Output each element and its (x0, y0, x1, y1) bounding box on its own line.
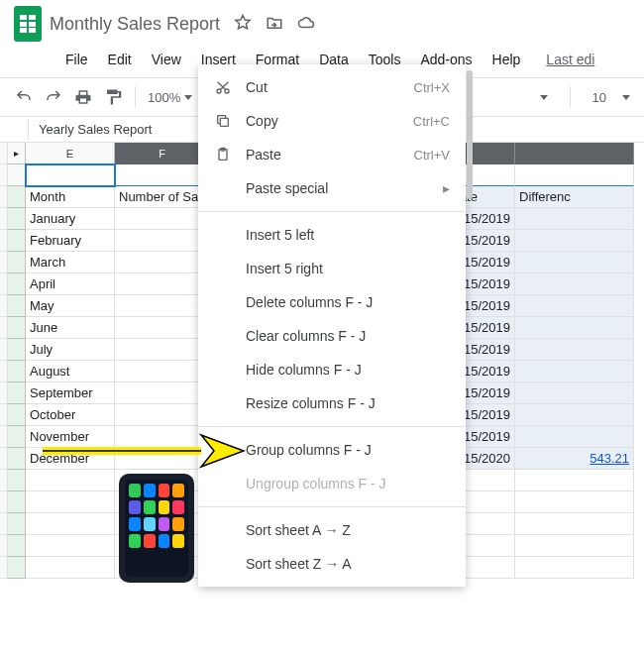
menu-file[interactable]: File (57, 48, 96, 71)
paste-icon (214, 146, 232, 164)
cell-difference[interactable] (515, 382, 634, 404)
cell-month[interactable]: July (26, 339, 115, 361)
move-folder-icon[interactable] (266, 14, 283, 35)
cell-header-month[interactable]: Month (26, 186, 115, 208)
context-menu: CutCtrl+X CopyCtrl+C PasteCtrl+V Paste s… (198, 64, 466, 587)
cut-icon (214, 78, 232, 96)
image-thumbnail (119, 474, 194, 583)
cell-difference[interactable] (515, 295, 634, 317)
paint-format-button[interactable] (99, 83, 127, 111)
ctx-insert-left[interactable]: Insert 5 left (198, 218, 466, 252)
cell-month[interactable]: March (26, 252, 115, 273)
redo-button[interactable] (40, 83, 67, 111)
ctx-ungroup-columns: Ungroup columns F - J (198, 467, 466, 500)
print-button[interactable] (69, 83, 97, 111)
cell-month[interactable]: November (26, 426, 115, 448)
svg-point-0 (217, 89, 221, 93)
cell-difference[interactable] (515, 361, 634, 382)
ctx-group-columns[interactable]: Group columns F - J (198, 433, 466, 467)
document-title[interactable]: Monthly Sales Report (50, 14, 220, 35)
cell-month[interactable]: August (26, 361, 115, 382)
column-group-expand-icon[interactable]: ▸ (8, 143, 26, 164)
ctx-sort-az[interactable]: Sort sheet A → Z (198, 513, 466, 547)
cell-difference[interactable] (515, 273, 634, 295)
sheets-logo-icon (14, 6, 42, 42)
caret-down-icon (184, 95, 192, 100)
zoom-select[interactable]: 100% (144, 90, 196, 105)
active-cell[interactable] (26, 164, 115, 186)
cell-month[interactable]: May (26, 295, 115, 317)
cell-difference[interactable] (515, 208, 634, 230)
menu-edit[interactable]: Edit (100, 48, 140, 71)
star-icon[interactable] (234, 14, 252, 35)
cloud-status-icon[interactable] (297, 14, 315, 35)
copy-icon (214, 112, 232, 130)
cell-month[interactable]: January (26, 208, 115, 230)
cell-difference[interactable] (515, 317, 634, 339)
cell-header-diff[interactable]: Differenc (515, 186, 634, 208)
menu-view[interactable]: View (144, 48, 189, 71)
column-header-E[interactable]: E (26, 143, 115, 164)
column-header-F[interactable]: F (115, 143, 210, 164)
svg-rect-2 (220, 118, 228, 126)
ctx-resize-columns[interactable]: Resize columns F - J (198, 386, 466, 420)
cell-month[interactable]: April (26, 273, 115, 295)
cell-difference[interactable]: 543.21 (515, 448, 634, 470)
name-box[interactable] (0, 126, 28, 134)
submenu-arrow-icon: ▸ (443, 180, 450, 196)
cell-header-sales[interactable]: Number of Sa (115, 186, 210, 208)
cell-difference[interactable] (515, 404, 634, 426)
ctx-delete-columns[interactable]: Delete columns F - J (198, 285, 466, 319)
ctx-clear-columns[interactable]: Clear columns F - J (198, 319, 466, 353)
cell-difference[interactable] (515, 252, 634, 273)
last-edit-link[interactable]: Last edi (538, 48, 602, 71)
ctx-cut[interactable]: CutCtrl+X (198, 70, 466, 104)
ctx-copy[interactable]: CopyCtrl+C (198, 104, 466, 138)
ctx-paste-special[interactable]: Paste special▸ (198, 171, 466, 205)
caret-down-icon (622, 95, 630, 100)
ctx-hide-columns[interactable]: Hide columns F - J (198, 353, 466, 386)
ctx-insert-right[interactable]: Insert 5 right (198, 252, 466, 285)
ctx-paste[interactable]: PasteCtrl+V (198, 138, 466, 171)
ctx-sort-za[interactable]: Sort sheet Z → A (198, 547, 466, 581)
scrollbar[interactable] (467, 70, 473, 199)
cell-month[interactable]: February (26, 230, 115, 252)
menu-help[interactable]: Help (484, 48, 529, 71)
cell-month[interactable]: December (26, 448, 115, 470)
cell-difference[interactable] (515, 339, 634, 361)
column-header-J[interactable] (515, 143, 634, 164)
cell-month[interactable]: September (26, 382, 115, 404)
cell-month[interactable]: October (26, 404, 115, 426)
cell-difference[interactable] (515, 230, 634, 252)
cell-month[interactable]: June (26, 317, 115, 339)
caret-down-icon (540, 95, 548, 100)
undo-button[interactable] (10, 83, 38, 111)
cell-difference[interactable] (515, 426, 634, 448)
tab-name: Yearly Sales Report (29, 118, 161, 141)
font-select[interactable] (534, 95, 554, 100)
svg-point-1 (225, 89, 229, 93)
font-size-select[interactable]: 10 (587, 90, 612, 105)
